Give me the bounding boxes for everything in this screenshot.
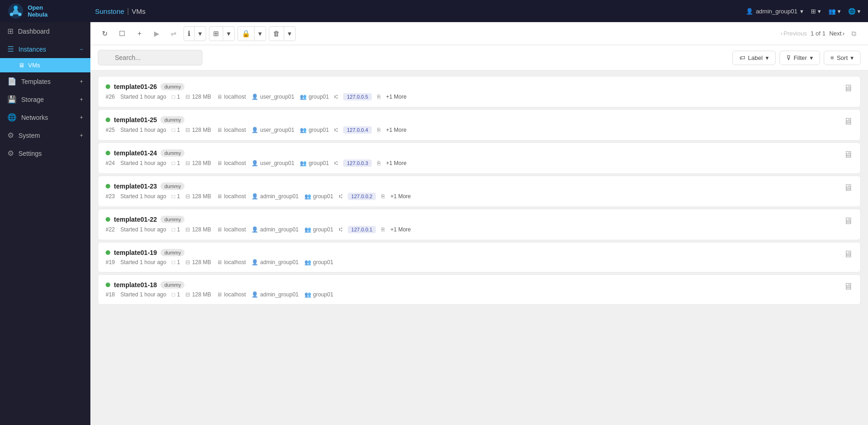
vm-copy-icon[interactable]: ⎘ (381, 226, 385, 233)
migrate-button[interactable]: ⇌ (166, 26, 181, 41)
vm-card-content: template01-18 dummy #18 Started 1 hour a… (106, 281, 838, 298)
sidebar-item-dashboard[interactable]: ⊞ Dashboard (0, 22, 90, 40)
vm-more[interactable]: +1 More (386, 94, 406, 100)
vm-card[interactable]: template01-18 dummy #18 Started 1 hour a… (98, 274, 861, 305)
sidebar-item-vms[interactable]: 🖥 VMs (0, 58, 90, 72)
instances-expand-icon: − (80, 46, 83, 53)
vm-tag: dummy (161, 216, 184, 223)
vm-host: 🖥 localhost (217, 226, 246, 233)
templates-expand-icon: + (80, 78, 83, 85)
vm-copy-icon[interactable]: ⎘ (377, 127, 380, 133)
sort-button[interactable]: ≡ Sort ▾ (824, 51, 861, 65)
sidebar-item-settings[interactable]: ⚙ Settings (0, 144, 90, 162)
label-btn-text: Label (748, 54, 763, 61)
sidebar-label-storage: Storage (21, 96, 75, 103)
external-link-button[interactable]: ⧉ (847, 26, 861, 41)
vm-host: 🖥 localhost (217, 193, 246, 200)
info-button[interactable]: ℹ (184, 27, 195, 41)
search-input[interactable] (98, 50, 202, 65)
vm-more[interactable]: +1 More (386, 160, 406, 166)
vm-tag: dummy (161, 149, 184, 157)
vm-group: 👥 group01 (300, 94, 329, 100)
vm-card-header: template01-19 dummy (106, 249, 838, 256)
filter-bar: 🔍 🏷 Label ▾ ⊽ Filter ▾ ≡ Sort ▾ (90, 45, 868, 71)
vm-network-icon: ⑆ (334, 127, 338, 133)
sort-btn-text: Sort (837, 54, 848, 61)
vm-network-icon: ⑆ (334, 160, 338, 166)
vm-name: template01-25 (114, 116, 157, 124)
vm-card[interactable]: template01-25 dummy #25 Started 1 hour a… (98, 109, 861, 141)
vm-more[interactable]: +1 More (390, 226, 410, 233)
globe-btn[interactable]: 🌐 ▾ (848, 8, 861, 15)
refresh-button[interactable]: ↻ (98, 26, 112, 41)
filter-buttons: 🏷 Label ▾ ⊽ Filter ▾ ≡ Sort ▾ (732, 51, 861, 65)
lock-button[interactable]: 🔒 (238, 27, 255, 41)
vm-card[interactable]: template01-26 dummy #26 Started 1 hour a… (98, 76, 861, 107)
vm-more[interactable]: +1 More (386, 127, 406, 133)
vm-tag: dummy (161, 183, 184, 190)
vm-monitor-icon: 🖥 (844, 281, 853, 292)
vm-tag: dummy (161, 116, 184, 124)
next-button[interactable]: Next › (829, 30, 844, 37)
delete-button[interactable]: 🗑 (269, 27, 284, 40)
vm-started: Started 1 hour ago (120, 291, 166, 298)
start-button[interactable]: ▶ (150, 26, 164, 41)
vm-ip: 127.0.0.4 (343, 126, 372, 134)
header-right: 👤 admin_group01 ▾ ⊞ ▾ 👥 ▾ 🌐 ▾ (746, 8, 861, 15)
templates-icon: 📄 (7, 77, 17, 86)
vm-meta: #22 Started 1 hour ago □ 1 ⊟ 128 MB 🖥 lo… (106, 226, 838, 233)
prev-button[interactable]: ‹ Previous (780, 30, 807, 37)
search-wrapper: 🔍 (98, 50, 365, 65)
delete-dropdown[interactable]: ▾ (284, 27, 295, 41)
vm-name: template01-23 (114, 183, 157, 190)
info-dropdown[interactable]: ▾ (195, 27, 206, 41)
vm-card[interactable]: template01-19 dummy #19 Started 1 hour a… (98, 242, 861, 272)
filter-chevron: ▾ (810, 54, 813, 61)
vm-card[interactable]: template01-22 dummy #22 Started 1 hour a… (98, 209, 861, 240)
select-all-button[interactable]: ☐ (115, 26, 129, 41)
vm-name: template01-22 (114, 216, 157, 223)
vm-started: Started 1 hour ago (120, 94, 166, 100)
sidebar-item-instances[interactable]: ☰ Instances − (0, 40, 90, 58)
vm-copy-icon[interactable]: ⎘ (377, 94, 380, 100)
sidebar-item-system[interactable]: ⚙ System + (0, 126, 90, 144)
vm-started: Started 1 hour ago (120, 193, 166, 200)
users-btn[interactable]: 👥 ▾ (828, 8, 841, 15)
vm-card-header: template01-26 dummy (106, 83, 838, 90)
vm-more[interactable]: +1 More (390, 193, 410, 200)
display-button[interactable]: ⊞ (209, 27, 223, 41)
sidebar-item-storage[interactable]: 💾 Storage + (0, 90, 90, 108)
vm-host: 🖥 localhost (217, 259, 246, 266)
vm-copy-icon[interactable]: ⎘ (381, 193, 385, 200)
prev-chevron: ‹ (780, 30, 782, 37)
sidebar-item-templates[interactable]: 📄 Templates + (0, 72, 90, 90)
vm-copy-icon[interactable]: ⎘ (377, 160, 380, 166)
label-chevron: ▾ (766, 54, 769, 61)
create-vm-button[interactable]: ＋ (132, 26, 147, 41)
filter-button[interactable]: ⊽ Filter ▾ (779, 51, 820, 65)
username: admin_group01 (756, 8, 797, 15)
display-dropdown[interactable]: ▾ (223, 27, 234, 41)
vm-id: #23 (106, 193, 115, 200)
vm-cpu-icon: □ 1 (172, 160, 180, 166)
vm-card-header: template01-23 dummy (106, 183, 838, 190)
vm-card[interactable]: template01-24 dummy #24 Started 1 hour a… (98, 142, 861, 174)
sidebar-item-networks[interactable]: 🌐 Networks + (0, 108, 90, 126)
label-button[interactable]: 🏷 Label ▾ (732, 51, 776, 65)
vm-started: Started 1 hour ago (120, 160, 166, 166)
vm-id: #26 (106, 94, 115, 100)
vm-cpu-icon: □ 1 (172, 94, 180, 100)
vm-group: 👥 group01 (304, 226, 333, 233)
vm-card-header: template01-22 dummy (106, 216, 838, 223)
status-dot (106, 84, 110, 89)
lock-dropdown[interactable]: ▾ (255, 27, 266, 41)
filter-icon: ⊽ (786, 54, 791, 61)
vm-card-content: template01-23 dummy #23 Started 1 hour a… (106, 183, 838, 200)
grid-btn[interactable]: ⊞ ▾ (811, 8, 821, 15)
vm-cpu-icon: □ 1 (172, 127, 180, 133)
vm-network-icon: ⑆ (334, 94, 338, 100)
vm-host: 🖥 localhost (217, 160, 246, 166)
vm-card[interactable]: template01-23 dummy #23 Started 1 hour a… (98, 176, 861, 207)
vm-card-header: template01-24 dummy (106, 149, 838, 157)
user-menu[interactable]: 👤 admin_group01 ▾ (746, 8, 803, 15)
